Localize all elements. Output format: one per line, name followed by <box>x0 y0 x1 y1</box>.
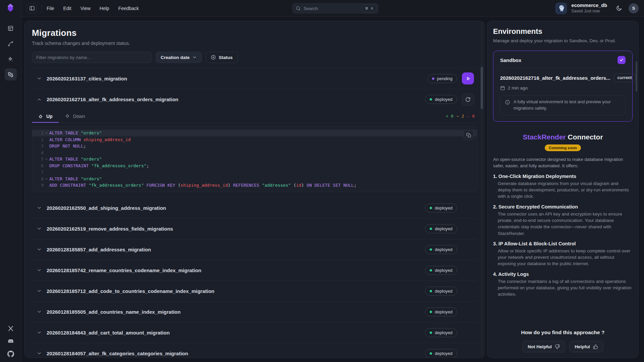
migration-row[interactable]: 20260128184057_alter_fk_categories_categ… <box>32 343 477 358</box>
redeploy-icon <box>465 97 471 102</box>
calendar-icon <box>500 85 505 90</box>
sandbox-time: 2 min ago <box>508 85 528 90</box>
migration-row[interactable]: 20260128185857_add_addresses_migrationde… <box>32 239 477 260</box>
status-label: deployed <box>435 247 452 252</box>
code-line: 3DROP NOT NULL; <box>32 143 477 149</box>
ai-sparkles-icon <box>7 56 14 62</box>
chevron-down-icon[interactable] <box>37 247 42 252</box>
database-meta: ecommerce_db Saved Just now <box>572 3 607 13</box>
migration-name: 20260128185505_add_countries_name_index_… <box>47 309 180 315</box>
user-avatar[interactable]: S <box>629 3 639 13</box>
fold-chevron-icon[interactable] <box>45 158 48 161</box>
migration-row[interactable]: 20260202162716_alter_fk_addresses_orders… <box>32 89 477 110</box>
migration-name: 20260202162716_alter_fk_addresses_orders… <box>47 97 178 102</box>
migration-row[interactable]: 20260202162519_remove_address_fields_mig… <box>32 218 477 239</box>
code-line: 1ALTER TABLE "orders" <box>32 130 477 136</box>
chevron-down-icon[interactable] <box>37 226 42 231</box>
tab-up[interactable]: Up <box>32 110 59 123</box>
menu-item-edit[interactable]: Edit <box>63 6 71 11</box>
fold-chevron-icon[interactable] <box>45 131 48 134</box>
menu-item-feedback[interactable]: Feedback <box>118 6 139 11</box>
copy-button[interactable] <box>464 130 474 140</box>
diff-added: + 0 <box>446 114 453 119</box>
migration-name: 20260202162550_add_shiping_address_migra… <box>47 205 166 211</box>
chevron-down-icon[interactable] <box>37 267 42 273</box>
menu-item-view[interactable]: View <box>80 6 91 11</box>
feedback-block: How do you find this approache ? Not Hel… <box>493 323 633 352</box>
row-action-slot <box>462 326 475 339</box>
code-line: 9ADD CONSTRAINT "fk_addresses_orders" FO… <box>32 182 477 189</box>
right-scrollbar-thumb[interactable] <box>636 61 637 92</box>
main-scrollbar-thumb[interactable] <box>481 67 483 109</box>
migration-row[interactable]: 20260128185505_add_countries_name_index_… <box>32 301 477 322</box>
chevron-down-icon[interactable] <box>37 330 42 335</box>
x-icon[interactable] <box>7 325 14 332</box>
helpful-button[interactable]: Helpful <box>569 341 603 352</box>
environments-title: Environments <box>493 27 633 36</box>
migration-row[interactable]: 20260202162550_add_shiping_address_migra… <box>32 197 477 218</box>
status-label: deployed <box>435 205 452 210</box>
migrations-toolbar: Creation date Status <box>32 52 477 63</box>
feedback-question: How do you find this approache ? <box>493 329 633 336</box>
sql-code: 1ALTER TABLE "orders"2ALTER COLUMN shipi… <box>32 130 477 189</box>
chevron-down-icon[interactable] <box>37 205 42 210</box>
sidebar-item-tables[interactable] <box>5 22 17 34</box>
tab-down[interactable]: Down <box>59 110 91 123</box>
status-label: deployed <box>435 289 452 294</box>
connector-section-heading: 3. IP Allow-List & Block-List Control <box>493 241 633 246</box>
sandbox-checkbox[interactable] <box>618 56 626 64</box>
fold-chevron-icon[interactable] <box>45 177 48 180</box>
sidebar-toggle-button[interactable] <box>27 3 37 13</box>
chevron-down-icon[interactable] <box>37 288 42 294</box>
menu-item-file[interactable]: File <box>47 6 54 11</box>
row-action-slot <box>462 202 475 214</box>
sidebar-item-ai[interactable] <box>5 53 17 65</box>
chevron-down-icon[interactable] <box>37 351 42 356</box>
status-badge: deployed <box>425 245 457 254</box>
play-icon <box>465 76 471 81</box>
main-scrollbar-track <box>481 23 483 356</box>
not-helpful-label: Not Helpful <box>528 344 552 349</box>
connector-title-accent: StackRender <box>523 133 566 141</box>
tables-icon <box>7 25 14 32</box>
migrations-panel: Migrations Track schema changes and depl… <box>24 21 485 358</box>
chevron-down-icon[interactable] <box>37 309 42 314</box>
migration-name: 20260128185742_rename_countries_codename… <box>47 267 201 273</box>
not-helpful-button[interactable]: Not Helpful <box>522 341 565 352</box>
topbar: FileEditViewHelpFeedback ⌘ K ecommerce_d… <box>21 0 644 17</box>
migration-name: 20260128185857_add_addresses_migration <box>47 247 151 252</box>
status-badge: deployed <box>425 266 457 275</box>
deploy-button[interactable] <box>462 72 474 84</box>
migration-row[interactable]: 20260128185712_add_code_to_countries_cod… <box>32 281 477 301</box>
status-filter-button[interactable]: Status <box>206 52 237 63</box>
stackrender-logo[interactable] <box>5 3 17 15</box>
menu-bar: FileEditViewHelpFeedback <box>47 6 139 11</box>
search-shortcut: ⌘ K <box>362 5 376 12</box>
row-action-slot <box>462 264 475 276</box>
code-line: 2ALTER COLUMN shiping_address_id <box>32 136 477 143</box>
menu-item-help[interactable]: Help <box>100 6 109 11</box>
status-badge: deployed <box>425 95 457 104</box>
migration-row[interactable]: 20260202163137_cities_migrationpending <box>32 68 477 89</box>
discord-icon[interactable] <box>7 338 14 345</box>
sidebar-item-relations[interactable] <box>5 38 17 50</box>
chevron-down-icon[interactable] <box>37 76 42 81</box>
topbar-divider <box>42 4 42 12</box>
sort-dropdown[interactable]: Creation date <box>156 52 202 63</box>
chevron-up-icon[interactable] <box>37 97 42 102</box>
migration-name: 20260202163137_cities_migration <box>47 76 127 81</box>
migration-row[interactable]: 20260128185742_rename_countries_codename… <box>32 260 477 281</box>
sidebar-item-migrations[interactable] <box>5 68 17 80</box>
arrow-down-icon <box>65 114 70 119</box>
row-action-slot <box>462 243 475 255</box>
theme-toggle-button[interactable] <box>614 3 624 13</box>
page-subtitle: Track schema changes and deployment stat… <box>32 41 477 46</box>
migration-row[interactable]: 20260128184843_add_cart_total_amount_mig… <box>32 322 477 343</box>
connector-section-heading: 1. One-Click Migration Deployments <box>493 174 633 179</box>
status-label: deployed <box>435 97 452 102</box>
row-action-slot <box>462 347 475 358</box>
redeploy-button[interactable] <box>462 94 474 106</box>
filter-input[interactable] <box>32 52 152 63</box>
helpful-label: Helpful <box>575 344 590 349</box>
github-icon[interactable] <box>7 351 14 357</box>
